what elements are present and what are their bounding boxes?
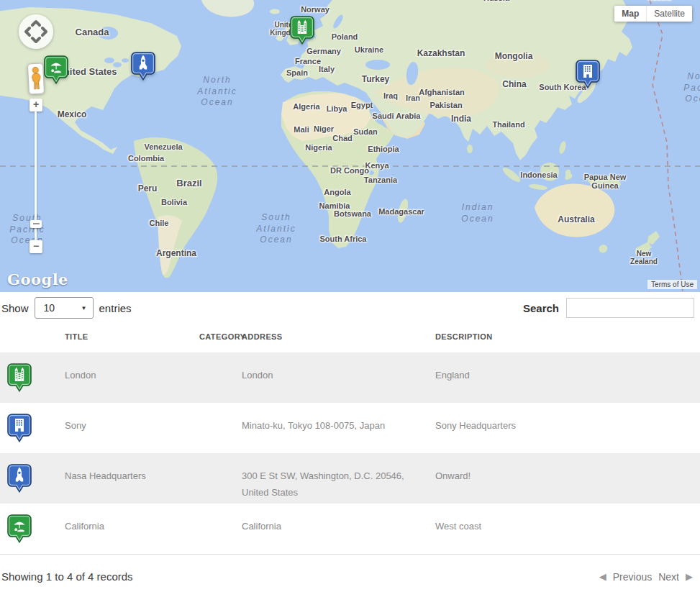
pagination: ◀ Previous Next ▶: [599, 571, 693, 583]
cell-description: West coast: [435, 504, 700, 554]
building-marker-icon[interactable]: [576, 60, 600, 88]
cell-title: California: [65, 504, 199, 554]
cell-category: [199, 352, 242, 403]
cell-description: England: [435, 352, 700, 403]
column-header-address[interactable]: ADDRESS: [242, 329, 435, 345]
table-row[interactable]: Nasa Headquarters 300 E St SW, Washingto…: [0, 453, 700, 504]
locations-table: TITLE CATEGORY ADDRESS DESCRIPTION Londo…: [0, 322, 700, 555]
records-summary: Showing 1 to 4 of 4 records: [1, 570, 133, 583]
column-header-title[interactable]: TITLE: [65, 329, 199, 345]
city-marker-icon[interactable]: [290, 16, 314, 45]
page-size-select[interactable]: 10 ▼: [35, 297, 94, 319]
table-row[interactable]: California California West coast: [0, 504, 700, 554]
rocket-marker-icon: [7, 464, 32, 493]
map-type-control: Map Satellite: [614, 6, 692, 22]
column-header-description[interactable]: DESCRIPTION: [435, 329, 700, 345]
rocket-marker-icon[interactable]: [131, 52, 155, 81]
cell-address: London: [242, 352, 435, 403]
search-input[interactable]: [566, 298, 694, 318]
zoom-in-button[interactable]: +: [29, 99, 42, 111]
beach-marker-icon: [7, 514, 32, 543]
zoom-out-button[interactable]: −: [29, 240, 42, 253]
table-footer: Showing 1 to 4 of 4 records ◀ Previous N…: [0, 555, 700, 583]
cell-title: Nasa Headquarters: [65, 453, 199, 504]
building-marker-icon: [7, 414, 32, 442]
column-header-category[interactable]: CATEGORY: [199, 329, 242, 345]
cell-title: Sony: [65, 403, 199, 453]
cell-category: [199, 453, 242, 504]
show-label: Show: [1, 302, 29, 314]
cell-category: [199, 403, 242, 453]
caret-down-icon: ▼: [81, 305, 87, 311]
google-logo[interactable]: Google: [7, 270, 68, 288]
cell-category: [199, 504, 242, 554]
previous-arrow-icon[interactable]: ◀: [599, 571, 606, 582]
pan-arrows-icon: [19, 14, 53, 49]
cell-address: 300 E St SW, Washington, D.C. 20546, Uni…: [242, 453, 435, 504]
terms-of-use-link[interactable]: Terms of Use: [647, 280, 697, 289]
map-type-map-button[interactable]: Map: [614, 6, 647, 22]
cell-description: Sony Headquarters: [435, 403, 700, 453]
pegman-icon[interactable]: [27, 63, 45, 95]
entries-label: entries: [99, 302, 132, 314]
cell-title: London: [65, 352, 199, 403]
map-type-satellite-button[interactable]: Satellite: [647, 6, 692, 22]
page-size-value: 10: [44, 302, 55, 314]
table-controls: Show 10 ▼ entries Search: [0, 292, 700, 322]
previous-button[interactable]: Previous: [613, 571, 652, 583]
pan-control[interactable]: [19, 14, 53, 49]
cell-address: California: [242, 504, 435, 554]
zoom-slider-handle[interactable]: [30, 220, 42, 228]
cell-description: Onward!: [435, 453, 700, 504]
city-marker-icon: [7, 363, 32, 392]
map[interactable]: CanadaUnited StatesMexicoVenezuelaColomb…: [0, 0, 700, 292]
beach-marker-icon[interactable]: [44, 55, 68, 84]
cell-address: Minato-ku, Tokyo 108-0075, Japan: [242, 403, 435, 453]
table-header-row: TITLE CATEGORY ADDRESS DESCRIPTION: [0, 322, 700, 352]
table-row[interactable]: London London England: [0, 352, 700, 403]
world-map-canvas: [0, 0, 700, 292]
search-label: Search: [523, 302, 559, 314]
table-row[interactable]: Sony Minato-ku, Tokyo 108-0075, Japan So…: [0, 403, 700, 453]
store-locator-page: CanadaUnited StatesMexicoVenezuelaColomb…: [0, 0, 700, 592]
next-arrow-icon[interactable]: ▶: [686, 571, 693, 582]
next-button[interactable]: Next: [658, 571, 679, 583]
